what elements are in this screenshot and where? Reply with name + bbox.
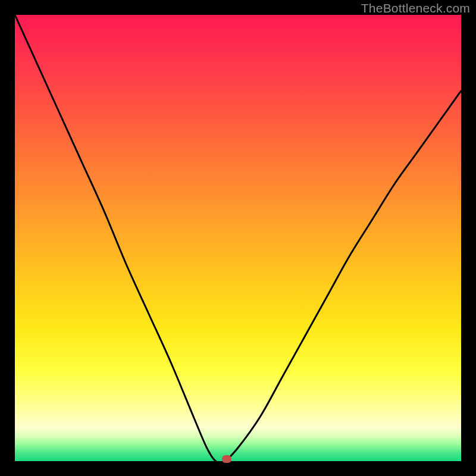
bottleneck-curve — [15, 15, 461, 461]
current-point-marker — [222, 455, 231, 463]
chart-frame: TheBottleneck.com — [0, 0, 476, 476]
plot-area — [15, 15, 461, 461]
curve-path — [15, 15, 461, 461]
watermark-text: TheBottleneck.com — [361, 1, 470, 15]
